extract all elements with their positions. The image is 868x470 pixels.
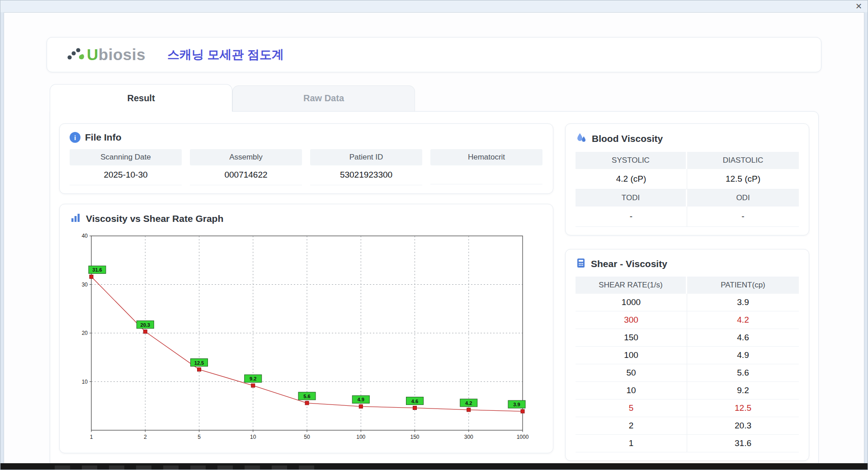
column-header-shear-rate: SHEAR RATE(1/s) [576,277,687,294]
metric-label-odi: ODI [687,189,799,207]
field-label: Assembly [190,149,302,165]
svg-text:50: 50 [304,434,310,440]
left-column: i File Info Scanning Date 2025-10-30 Ass… [59,123,553,461]
cell-patient: 31.6 [687,435,799,452]
logo-letters-rest: biosis [99,46,146,63]
taskbar-icon-fragment [163,465,179,470]
close-button[interactable]: ✕ [855,1,862,11]
field-value: 000714622 [190,165,302,185]
svg-text:20: 20 [82,330,88,336]
shear-table: SHEAR RATE(1/s) PATIENT(cp) 1000 3.9 300… [576,277,799,452]
cell-shear-rate: 10 [576,382,687,400]
shear-table-head: SHEAR RATE(1/s) PATIENT(cp) [576,277,799,294]
shear-table-row: 2 20.3 [576,417,799,435]
taskbar-icon-fragment [109,465,124,470]
cell-patient: 12.5 [687,400,799,417]
blood-viscosity-card: Blood Viscosity SYSTOLIC DIASTOLIC 4.2 (… [565,123,809,235]
calculator-icon [576,258,586,270]
cell-patient: 5.6 [687,364,799,382]
svg-text:300: 300 [464,434,473,440]
svg-text:10: 10 [82,379,88,385]
graph-card: Viscosity vs Shear Rate Graph 1020304012… [59,204,553,453]
field-hematocrit: Hematocrit [430,149,542,185]
svg-text:4.9: 4.9 [358,397,364,402]
svg-text:3.9: 3.9 [513,402,520,407]
taskbar-icon-fragment [190,465,206,470]
graph-title: Viscosity vs Shear Rate Graph [86,213,223,224]
graph-header: Viscosity vs Shear Rate Graph [70,212,543,225]
shear-viscosity-header: Shear - Viscosity [576,258,799,270]
cell-shear-rate: 1 [576,435,687,452]
column-header-patient: PATIENT(cp) [687,277,799,294]
shear-table-row: 10 9.2 [576,382,799,400]
shear-table-row: 100 4.9 [576,347,799,364]
svg-text:9.2: 9.2 [250,376,256,381]
file-info-header: i File Info [70,132,543,143]
file-info-fields: Scanning Date 2025-10-30 Assembly 000714… [70,149,543,185]
field-label: Scanning Date [70,149,182,165]
chart-holder: 102030401251050100150300100031.620.312.5… [70,231,543,445]
shear-table-row: 1 31.6 [576,435,799,452]
right-column: Blood Viscosity SYSTOLIC DIASTOLIC 4.2 (… [565,123,809,461]
header-card: Ubiosis 스캐닝 모세관 점도계 [47,37,821,72]
metric-value-odi: - [687,207,799,227]
field-label: Patient ID [310,149,422,165]
taskbar-icon-fragment [136,465,151,470]
taskbar-icon-fragment [82,465,97,470]
metric-value-todi: - [576,207,687,227]
cell-shear-rate: 100 [576,347,687,364]
cell-shear-rate: 150 [576,329,687,347]
cell-shear-rate: 300 [576,311,687,329]
shear-table-row: 50 5.6 [576,364,799,382]
metric-label-diastolic: DIASTOLIC [687,152,799,169]
svg-text:12.5: 12.5 [194,360,204,366]
svg-text:5: 5 [198,434,201,440]
cell-shear-rate: 50 [576,364,687,382]
blood-viscosity-title: Blood Viscosity [592,133,663,144]
shear-table-row: 150 4.6 [576,329,799,347]
tab-bar: Result Raw Data [50,84,819,111]
field-value: 53021923300 [310,165,422,185]
shear-table-row: 300 4.2 [576,311,799,329]
cell-shear-rate: 5 [576,400,687,417]
svg-text:40: 40 [82,233,88,239]
field-assembly: Assembly 000714622 [190,149,302,185]
svg-text:2: 2 [144,434,147,440]
svg-text:100: 100 [356,434,365,440]
svg-text:4.2: 4.2 [465,400,472,406]
tab-raw-data[interactable]: Raw Data [232,85,415,111]
metric-label-systolic: SYSTOLIC [576,152,687,169]
bar-chart-icon [70,212,81,225]
field-patient-id: Patient ID 53021923300 [310,149,422,185]
cell-patient: 4.6 [687,329,799,347]
ubiosis-logo: Ubiosis [66,46,146,64]
svg-text:5.6: 5.6 [303,394,310,399]
cell-patient: 4.9 [687,347,799,364]
metric-label-todi: TODI [576,189,687,207]
titlebar: ✕ [0,0,868,12]
svg-text:20.3: 20.3 [141,322,150,328]
field-value: 2025-10-30 [70,165,182,185]
app-window: Ubiosis 스캐닝 모세관 점도계 Result Raw Data i Fi… [4,12,864,463]
tab-result[interactable]: Result [50,84,232,112]
field-scanning-date: Scanning Date 2025-10-30 [70,149,182,185]
field-value [430,165,542,184]
droplet-icon [576,132,587,146]
logo-letter-u: U [87,46,99,63]
taskbar-icon-fragment [245,465,260,470]
shear-viscosity-title: Shear - Viscosity [591,258,667,269]
svg-text:31.6: 31.6 [92,267,102,273]
svg-text:30: 30 [82,282,88,288]
page-title: 스캐닝 모세관 점도계 [167,47,284,63]
metric-value-systolic: 4.2 (cP) [576,169,687,189]
file-info-card: i File Info Scanning Date 2025-10-30 Ass… [59,123,553,194]
svg-text:4.6: 4.6 [411,399,418,404]
svg-text:150: 150 [410,434,419,440]
cell-shear-rate: 2 [576,417,687,435]
taskbar-icon-fragment [217,465,233,470]
cell-patient: 4.2 [687,311,799,329]
content-wrap: Result Raw Data i File Info Scanning Dat… [50,84,819,470]
info-icon: i [70,132,80,143]
logo-text: Ubiosis [87,46,146,64]
viscosity-chart: 102030401251050100150300100031.620.312.5… [73,231,530,443]
